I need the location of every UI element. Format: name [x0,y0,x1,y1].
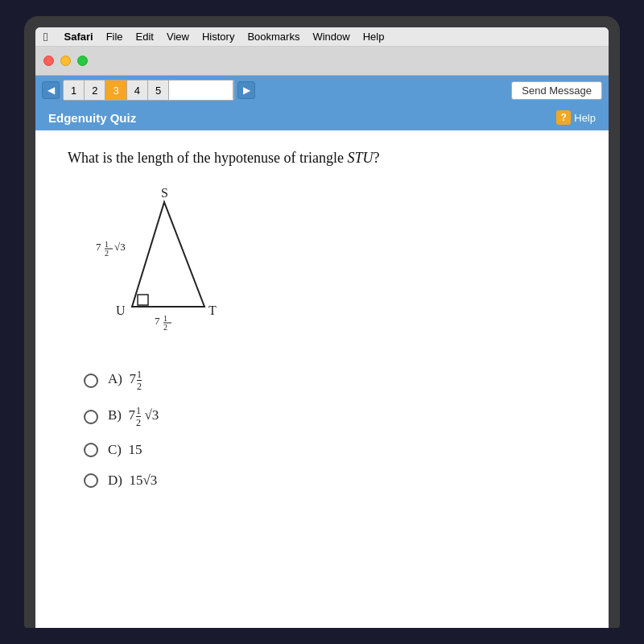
svg-text:1: 1 [163,314,167,323]
svg-text:2: 2 [105,249,109,258]
triangle-svg: S U T 7 1 2 √3 7 1 2 [92,186,253,347]
menu-help[interactable]: Help [363,31,385,43]
radio-c[interactable] [84,443,98,457]
svg-text:T: T [208,303,217,317]
menu-view[interactable]: View [167,31,189,43]
fraction-a: 12 [137,369,142,391]
apple-menu[interactable]:  [43,30,47,43]
tab-4[interactable]: 4 [127,80,148,101]
answer-choices: A) 712 B) 712 √3 C) 15 [68,369,576,489]
help-icon: ? [556,110,571,125]
maximize-button[interactable] [77,56,88,66]
window-chrome [35,47,609,76]
choice-c[interactable]: C) 15 [84,442,576,458]
close-button[interactable] [43,56,54,66]
nav-right-arrow[interactable]: ▶ [237,81,255,99]
svg-text:U: U [116,303,126,317]
choice-d[interactable]: D) 15√3 [84,473,576,489]
radio-d[interactable] [84,473,98,488]
svg-text:√3: √3 [114,241,126,253]
main-content: What is the length of the hypotenuse of … [35,130,609,628]
choice-b[interactable]: B) 712 √3 [84,406,576,427]
minimize-button[interactable] [60,56,71,66]
choice-b-label: B) 712 √3 [108,406,159,427]
nav-tabs-bar: ◀ 1 2 3 4 5 ▶ [35,76,609,105]
tab-1[interactable]: 1 [64,80,85,101]
menu-file[interactable]: File [106,31,123,43]
tab-3[interactable]: 3 [105,80,126,101]
choice-c-label: C) 15 [108,442,142,458]
svg-text:7: 7 [155,315,160,327]
menu-safari[interactable]: Safari [64,31,93,43]
svg-text:7: 7 [96,241,101,253]
menubar:  Safari File Edit View History Bookmark… [35,27,609,47]
help-button[interactable]: ? Help [556,110,596,125]
menu-history[interactable]: History [202,31,234,43]
screen:  Safari File Edit View History Bookmark… [35,27,609,628]
choice-a-label: A) 712 [108,369,142,391]
fraction-b: 12 [136,406,141,427]
nav-left-arrow[interactable]: ◀ [42,81,60,99]
tab-5[interactable]: 5 [148,80,169,101]
tab-2[interactable]: 2 [85,80,105,101]
menu-edit[interactable]: Edit [136,31,154,43]
choice-d-label: D) 15√3 [108,473,157,489]
tab-spacer [169,80,233,101]
svg-text:1: 1 [105,240,109,249]
svg-text:2: 2 [163,323,167,332]
menu-window[interactable]: Window [312,31,349,43]
choice-a[interactable]: A) 712 [84,369,576,391]
radio-b[interactable] [84,410,98,424]
menu-bookmarks[interactable]: Bookmarks [247,31,299,43]
svg-rect-1 [138,295,148,305]
send-message-button[interactable]: Send Message [511,81,602,100]
edgenuity-header: Edgenuity Quiz ? Help [35,105,609,130]
svg-marker-0 [132,202,204,307]
question-text: What is the length of the hypotenuse of … [68,150,576,167]
laptop-body:  Safari File Edit View History Bookmark… [24,16,620,628]
help-label: Help [574,112,596,124]
nav-right-area: Send Message [511,81,602,100]
svg-text:S: S [161,186,168,200]
radio-a[interactable] [84,374,98,388]
tab-container: 1 2 3 4 5 [63,80,234,101]
triangle-diagram: S U T 7 1 2 √3 7 1 2 [92,186,253,347]
edgenuity-title: Edgenuity Quiz [48,111,136,125]
